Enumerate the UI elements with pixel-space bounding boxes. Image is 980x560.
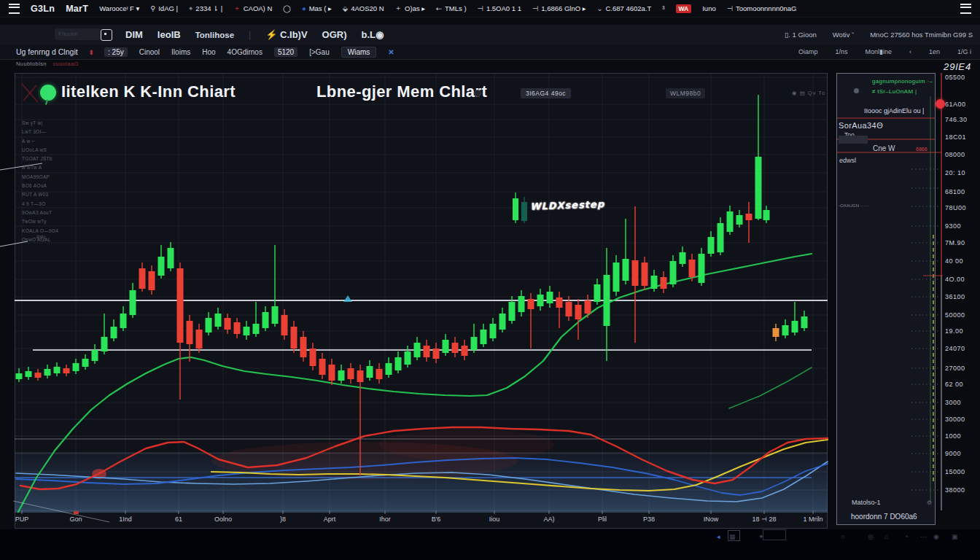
main-chart-panel[interactable] [15, 73, 828, 529]
top-menu-items: G3LnMarTWarooceᵎ F ▾⚲IdAG |⌖2334 ⇂ |＋CAO… [31, 4, 796, 14]
bottom-icon[interactable]: ▣ [952, 533, 958, 540]
price-label: 9000 [945, 450, 961, 457]
toolbar-item[interactable]: OGR) [322, 29, 347, 40]
sidebar-bottom-label-2: hoordonn 7 DO60a6 [851, 513, 917, 521]
toolbar-item[interactable]: | [249, 30, 251, 40]
menu-item[interactable]: ⊣1.5OA0 1 1 [478, 4, 521, 12]
toolbar-item[interactable]: DIM [125, 29, 143, 40]
toolbar-status-item[interactable]: MnoC 27560 hos Tmimibn G99 S [870, 31, 973, 39]
hamburger-menu-icon[interactable] [9, 4, 20, 14]
sidebar-symbol-name: SorAua34Θ [839, 121, 883, 130]
chart-corner-controls[interactable]: ◉ ▤ Qv To [792, 90, 825, 96]
price-label: 27000 [945, 365, 965, 372]
tab-close-icon[interactable]: ✕ [388, 48, 394, 56]
bottom-icon[interactable]: ○ [841, 533, 844, 540]
price-label: 08000 [945, 151, 965, 158]
price-label: 68100 [945, 188, 965, 195]
bottom-icon[interactable]: ◂ [717, 533, 720, 540]
menu-item[interactable]: ⇠TMLs ) [436, 4, 467, 12]
gear-icon[interactable]: ⚙ [927, 499, 932, 506]
right-hamburger-icon[interactable] [960, 4, 971, 14]
menu-item[interactable]: ⊣Toomoonnnnn0naG [727, 4, 797, 12]
toolbar-item[interactable]: b.L◉ [362, 29, 384, 40]
tab-red-icon[interactable]: ▮ [90, 49, 93, 55]
tab-right-item[interactable]: Oiamp [798, 48, 818, 55]
sidebar-chip[interactable] [839, 136, 868, 144]
tab-item[interactable]: Cinool [139, 48, 160, 56]
legend-row: 4 9 T—3O [22, 200, 58, 209]
tab-item[interactable]: Ug fenrng d Clngit [16, 47, 78, 56]
menu-item[interactable]: ³ [662, 4, 664, 12]
price-label: 24070 [945, 345, 965, 352]
bottom-mini-box[interactable] [728, 530, 740, 541]
tab-right-item[interactable]: 1/G i [957, 48, 971, 55]
tab-right-item[interactable]: 1/ns [835, 48, 847, 55]
bottom-icon[interactable]: ⋯ [920, 533, 927, 540]
menu-icon: ⇠ [436, 4, 442, 12]
title-dot-icon[interactable] [474, 90, 481, 97]
bottom-mini-box-2[interactable] [763, 529, 786, 540]
legend-row: LwT 3OI— [22, 128, 58, 136]
sidebar-bottom-label-1: Matolso-1 [852, 499, 881, 506]
tab-right-item[interactable]: Monl▮ine [865, 48, 891, 55]
sidebar-mid-label: Cne W [873, 144, 895, 152]
menu-item-label: 1,6866 GlnO ▸ [541, 4, 586, 12]
tab-right-item[interactable]: ‹ [909, 48, 911, 55]
x-axis-label: P38 [643, 516, 655, 523]
bottom-icon[interactable]: ◎ [868, 533, 874, 540]
toolbar-item[interactable]: Tonlihose [195, 31, 234, 39]
tab-item[interactable]: Iloims [171, 48, 190, 56]
bottom-icon[interactable]: ⌂ [884, 533, 888, 540]
menu-item[interactable]: MarT [66, 4, 88, 14]
search-icon[interactable] [101, 29, 112, 41]
search-input[interactable]: Fhuuim [55, 28, 101, 40]
tab-item[interactable]: Wiams [341, 47, 377, 58]
price-label: 7M.90 [945, 239, 965, 246]
menu-item[interactable]: Iuno [702, 4, 716, 12]
menu-item[interactable]: ⬙4AOS20 N [343, 4, 384, 12]
menu-icon: ⊣ [532, 4, 538, 12]
tab-item[interactable]: 4OGdirnos [228, 48, 262, 56]
menu-item[interactable]: ⌖2334 ⇂ | [189, 4, 222, 13]
price-label: 30000 [945, 416, 965, 423]
menu-item-label: Toomoonnnnn0naG [736, 4, 796, 12]
menu-icon: ⊣ [727, 4, 733, 12]
toolbar-item[interactable]: ⚡ C.Ib)V [265, 29, 307, 40]
legend-footer: PPI [36, 233, 45, 242]
toolbar-item[interactable]: leolB [158, 29, 181, 40]
price-label: 62 00 [945, 381, 963, 388]
bottom-icon[interactable]: ◔ [904, 533, 908, 540]
tab-item[interactable]: 5120 [274, 47, 298, 57]
x-axis-label: 1Ind [119, 516, 132, 523]
sidebar-tiny-label: ‐OXAUGN ······ [839, 203, 869, 208]
menu-item[interactable]: ＋O)as ▸ [395, 4, 426, 13]
menu-item-label: MarT [66, 4, 88, 14]
price-label: 15000 [945, 468, 965, 475]
tab-item[interactable]: Hoo [202, 48, 215, 56]
toolbar-status-item[interactable]: Wotiv ˇ [833, 31, 854, 39]
green-pin-icon [40, 85, 56, 101]
menu-item[interactable]: G3Ln [31, 4, 55, 14]
price-label: 9300 [945, 222, 961, 230]
bottom-icon[interactable]: ◉ [933, 533, 939, 540]
toolbar-left-items: DIMleolBTonlihose|⚡ C.Ib)VOGR)b.L◉ [125, 25, 384, 44]
x-axis-label: PUP [15, 516, 29, 523]
menu-item[interactable]: ＋CAOA) N [233, 4, 272, 13]
tab-item[interactable]: : 25y [104, 47, 128, 57]
menu-item[interactable]: ◯ [283, 4, 291, 12]
tab-item[interactable]: [>Gau [309, 48, 330, 56]
red-icon: ＋ [233, 4, 241, 13]
menu-item[interactable]: ⊣1,6866 GlnO ▸ [532, 4, 586, 12]
legend-row: Sw yT w| [22, 119, 58, 128]
menu-item[interactable]: ⌄C.687 4602a.T [597, 4, 652, 12]
tab-right-item[interactable]: 1en [929, 48, 940, 55]
menu-item-label: O)as ▸ [405, 4, 425, 12]
menu-item[interactable]: WA [676, 4, 692, 13]
menu-item[interactable]: ⚲IdAG | [150, 4, 178, 12]
toolbar-status-item[interactable]: ▯. 1 Gioon [785, 31, 817, 39]
title-badge-1: 3I6AG4 49oc [521, 88, 571, 98]
indicator-legend: Sw yT w|LwT 3OI—A w ⌐UOoLA wSTGOAT JSTbw… [22, 119, 58, 244]
menu-item[interactable]: ●Mas ( ▸ [302, 4, 332, 12]
menu-item[interactable]: Warooceᵎ F ▾ [99, 4, 139, 12]
chart-title-center: Lbne-gjer Mem Chlart [316, 82, 487, 101]
